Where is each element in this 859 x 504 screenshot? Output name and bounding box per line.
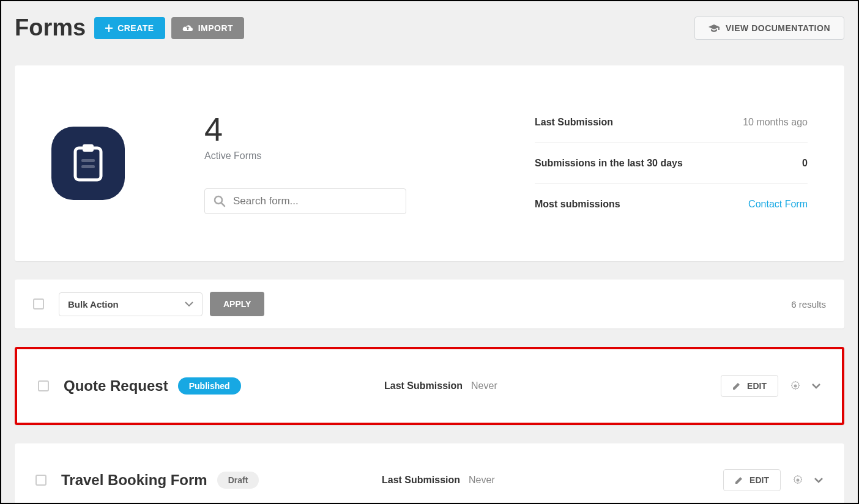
form-name[interactable]: Quote Request bbox=[64, 377, 168, 395]
row-checkbox[interactable] bbox=[38, 380, 49, 391]
svg-line-5 bbox=[221, 203, 225, 206]
status-badge: Draft bbox=[217, 472, 259, 489]
edit-button-label: EDIT bbox=[749, 475, 769, 485]
most-submissions-label: Most submissions bbox=[535, 199, 620, 210]
apply-button[interactable]: APPLY bbox=[210, 292, 264, 316]
gear-icon[interactable] bbox=[793, 475, 803, 485]
svg-rect-3 bbox=[81, 165, 95, 168]
last-submission-row-value: Never bbox=[469, 475, 495, 486]
view-docs-button[interactable]: VIEW DOCUMENTATION bbox=[694, 17, 844, 40]
form-row: Quote RequestPublishedLast SubmissionNev… bbox=[15, 347, 844, 425]
last-submission-row-label: Last Submission bbox=[384, 380, 463, 391]
edit-button-label: EDIT bbox=[747, 381, 767, 391]
last-submission-row-label: Last Submission bbox=[382, 475, 460, 486]
pencil-icon bbox=[732, 382, 741, 390]
active-forms-count: 4 bbox=[204, 113, 461, 146]
svg-point-7 bbox=[797, 479, 800, 482]
search-icon bbox=[214, 195, 226, 207]
view-docs-label: VIEW DOCUMENTATION bbox=[726, 23, 830, 33]
stats-card: 4 Active Forms Last Submission 10 months… bbox=[15, 65, 844, 261]
svg-rect-2 bbox=[81, 159, 95, 162]
svg-point-6 bbox=[794, 385, 797, 388]
last-submission-label: Last Submission bbox=[535, 117, 613, 128]
clipboard-icon bbox=[51, 127, 125, 200]
status-badge: Published bbox=[178, 377, 241, 395]
subs-30-label: Submissions in the last 30 days bbox=[535, 158, 683, 169]
search-input[interactable] bbox=[233, 195, 397, 207]
form-row: Travel Booking FormDraftLast SubmissionN… bbox=[15, 443, 844, 504]
results-count: 6 results bbox=[791, 299, 826, 309]
most-submissions-link[interactable]: Contact Form bbox=[748, 199, 808, 210]
row-checkbox[interactable] bbox=[35, 475, 46, 486]
edit-button[interactable]: EDIT bbox=[723, 469, 781, 491]
import-button-label: IMPORT bbox=[198, 23, 233, 33]
chevron-down-icon[interactable] bbox=[814, 477, 824, 483]
bulk-action-bar: Bulk Action APPLY 6 results bbox=[15, 280, 844, 328]
search-input-wrapper[interactable] bbox=[204, 188, 406, 214]
active-forms-label: Active Forms bbox=[204, 150, 461, 161]
subs-30-value: 0 bbox=[802, 158, 808, 169]
svg-rect-0 bbox=[75, 148, 101, 180]
gear-icon[interactable] bbox=[790, 381, 800, 391]
last-submission-value: 10 months ago bbox=[743, 117, 808, 128]
form-name[interactable]: Travel Booking Form bbox=[61, 472, 207, 489]
pencil-icon bbox=[735, 476, 743, 484]
cloud-upload-icon bbox=[182, 24, 193, 32]
import-button[interactable]: IMPORT bbox=[171, 17, 244, 39]
select-all-checkbox[interactable] bbox=[33, 298, 44, 309]
page-title: Forms bbox=[15, 15, 86, 41]
plus-icon bbox=[105, 24, 113, 32]
chevron-down-icon[interactable] bbox=[811, 383, 821, 389]
create-button[interactable]: CREATE bbox=[94, 17, 165, 39]
last-submission-row-value: Never bbox=[471, 380, 497, 391]
chevron-down-icon bbox=[185, 302, 193, 306]
bulk-action-select-label: Bulk Action bbox=[68, 299, 119, 309]
edit-button[interactable]: EDIT bbox=[721, 375, 778, 397]
svg-rect-1 bbox=[83, 144, 94, 152]
bulk-action-select[interactable]: Bulk Action bbox=[59, 292, 203, 316]
graduation-cap-icon bbox=[708, 24, 720, 32]
create-button-label: CREATE bbox=[117, 23, 154, 33]
